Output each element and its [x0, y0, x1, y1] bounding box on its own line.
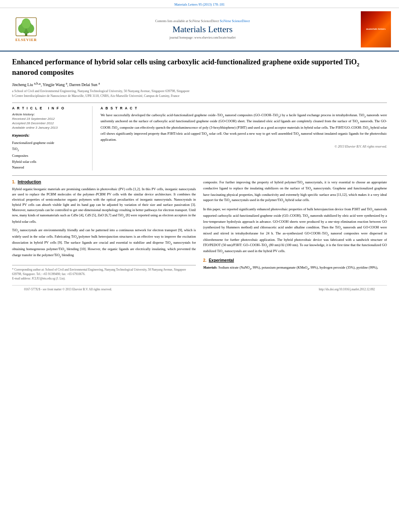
footnote-corresponding: * Corresponding author at: School of Civ…	[12, 267, 196, 277]
article-meta-section: A R T I C L E I N F O Article history: R…	[12, 106, 387, 170]
accepted-date: Accepted 28 December 2012	[12, 121, 86, 125]
intro-para-1: Hybrid organic/inorganic materials are p…	[12, 187, 196, 225]
footnote-area: * Corresponding author at: School of Civ…	[12, 265, 196, 281]
keywords-heading: Keywords:	[12, 134, 86, 138]
sciverse-link: Contents lists available at SciVerse Sci…	[44, 19, 361, 23]
intro-para-4: In this paper, we reported significantly…	[203, 207, 387, 255]
svg-point-4	[22, 18, 31, 29]
journal-name: Materials Letters	[44, 24, 361, 35]
article-history-label: Article history:	[12, 113, 86, 116]
abstract-heading: A B S T R A C T	[101, 106, 387, 110]
section2-title: 2. Experimental	[203, 258, 387, 263]
journal-title-center: Contents lists available at SciVerse Sci…	[44, 19, 361, 39]
journal-header: ELSEVIER Contents lists available at Sci…	[0, 8, 399, 51]
keyword-2: TiO2	[12, 146, 86, 153]
experimental-para-1: Materials: Sodium nitrate (NaNO3, 99%), …	[203, 265, 387, 271]
bottom-bar: 0167-577X/$ - see front matter © 2013 El…	[12, 285, 387, 293]
intro-para-3: composite. For further improving the pro…	[203, 180, 387, 204]
page: Materials Letters 95 (2013) 178–181 ELSE…	[0, 0, 399, 532]
keyword-1: Functionalized graphene oxide	[12, 140, 86, 146]
body-columns: 1. Introduction Hybrid organic/inorganic…	[12, 180, 387, 281]
elsevier-brand-text: ELSEVIER	[15, 38, 37, 42]
sciverse-anchor[interactable]: SciVerse ScienceDirect	[220, 19, 250, 23]
affiliation-b: b Centre Interdisciplinaire de Nanoscien…	[12, 94, 387, 99]
affiliation-a: a School of Civil and Environmental Engi…	[12, 89, 387, 94]
issn-info: 0167-577X/$ - see front matter © 2013 El…	[24, 288, 112, 291]
keywords-section: Keywords: Functionalized graphene oxide …	[12, 134, 86, 170]
article-info-heading: A R T I C L E I N F O	[12, 106, 86, 110]
available-date: Available online 3 January 2013	[12, 126, 86, 129]
journal-cover-image: materials letters	[361, 11, 391, 47]
article-content: Enhanced performance of hybrid solar cel…	[0, 51, 399, 299]
body-left-col: 1. Introduction Hybrid organic/inorganic…	[12, 180, 196, 281]
cover-label: materials letters	[366, 27, 385, 31]
footnote-email: E-mail address: JCLIU@ntu.edu.sg (J. Liu…	[12, 276, 196, 281]
journal-volume-info: Materials Letters 95 (2013) 178–181	[174, 2, 224, 6]
keyword-4: Hybrid solar cells	[12, 159, 86, 164]
abstract-col: A B S T R A C T We have successfully dev…	[101, 106, 387, 170]
abstract-text: We have successfully developed the carbo…	[101, 113, 387, 142]
doi-info: http://dx.doi.org/10.1016/j.matlet.2012.…	[319, 288, 375, 291]
article-title: Enhanced performance of hybrid solar cel…	[12, 58, 387, 78]
affiliations: a School of Civil and Environmental Engi…	[12, 89, 387, 99]
keyword-3: Composites	[12, 153, 86, 158]
journal-homepage: journal homepage: www.elsevier.com/locat…	[44, 36, 361, 39]
authors: Jincheng Liu a,b,*, Yingjie Wang a, Darr…	[12, 82, 387, 87]
article-info-col: A R T I C L E I N F O Article history: R…	[12, 106, 93, 170]
elsevier-tree-icon	[14, 17, 38, 37]
copyright: © 2013 Elsevier B.V. All rights reserved…	[101, 145, 387, 148]
intro-para-2: TiO2 nanocrystals are environmentally fr…	[12, 228, 196, 259]
journal-top-bar: Materials Letters 95 (2013) 178–181	[0, 0, 399, 8]
divider-2	[12, 175, 387, 176]
body-right-col: composite. For further improving the pro…	[203, 180, 387, 281]
received-date: Received 19 September 2012	[12, 117, 86, 121]
section1-title: 1. Introduction	[12, 180, 196, 184]
divider	[12, 103, 387, 103]
keyword-5: Nanorod	[12, 164, 86, 170]
elsevier-logo: ELSEVIER	[8, 17, 44, 42]
